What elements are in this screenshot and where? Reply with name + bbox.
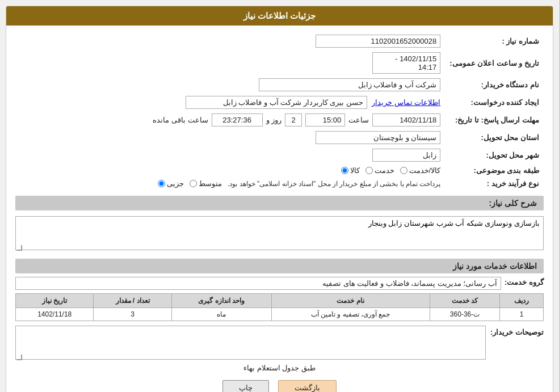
purchase-mottaset-label: متوسط [199,179,222,188]
table-cell-quantity: 3 [94,308,171,321]
general-desc-textarea [15,216,544,250]
city-value: زابل [372,149,440,162]
deadline-date: 1402/11/18 [372,113,440,127]
buyer-desc-area [15,326,486,361]
deadline-label: مهلت ارسال پاسخ: تا تاریخ: [445,111,544,129]
purchase-jozi-option[interactable]: جزیی [158,179,184,188]
print-button[interactable]: چاپ [222,380,269,392]
city-cell: زابل [15,146,445,164]
table-cell-code: ت-36-360 [430,308,500,321]
table-cell-name: جمع آوری، تصفیه و تامین آب [271,308,430,321]
announce-date-cell: 1402/11/15 - 14:17 [15,50,445,76]
category-kala-khedmat-radio[interactable] [400,167,407,174]
announce-date-label: تاریخ و ساعت اعلان عمومی: [445,50,544,76]
category-kala-khedmat-label: کالا/خدمت [409,166,441,175]
buyer-org-label: نام دستگاه خریدار: [445,76,544,94]
category-kala-label: کالا [350,166,360,175]
category-kala-radio[interactable] [341,167,348,174]
need-number-cell: 1102001652000028 [15,32,445,50]
requester-contact-link[interactable]: اطلاعات تماس خریدار [372,98,440,107]
service-info-header: اطلاعات خدمات مورد نیاز [15,259,544,273]
table-cell-date: 1402/11/18 [16,308,94,321]
deadline-days: 2 [285,113,302,127]
buyer-desc-hint: طبق جدول استعلام بهاء [15,364,544,372]
service-group-row: گروه خدمت: آب رسانی؛ مدیریت پسماند، فاضل… [15,277,544,290]
province-value: سیستان و بلوچستان [316,131,440,144]
buyer-desc-label: توصیحات خریدار: [490,326,544,336]
city-label: شهر محل تحویل: [445,146,544,164]
buyer-desc-section: توصیحات خریدار: طبق جدول استعلام بهاء [15,326,544,372]
province-label: استان محل تحویل: [445,129,544,146]
purchase-mottaset-radio[interactable] [190,180,197,187]
buyer-desc-textarea [15,326,486,360]
category-cell: کالا/خدمت خدمت کالا [15,164,445,177]
requester-value: حسن بیری کاربردار شرکت آب و فاضلاب زابل [186,96,367,109]
general-desc-area [15,216,544,252]
province-cell: سیستان و بلوچستان [15,129,445,146]
need-number-label: شماره نیاز : [445,32,544,50]
deadline-time-label: ساعت [348,116,369,124]
deadline-cell: 1402/11/18 ساعت 15:00 2 روز و 23:27:36 س… [15,111,445,129]
deadline-remaining-label: ساعت باقی مانده [153,116,208,124]
col-service-code: کد خدمت [430,294,500,308]
category-kala-khedmat-option[interactable]: کالا/خدمت [400,166,441,175]
deadline-remaining: 23:27:36 [212,113,263,127]
buyer-textarea-resize-handle [16,355,22,360]
general-desc-section: شرح کلی نیاز: [15,196,544,254]
page-title: جزئیات اطلاعات نیاز [6,6,553,26]
service-group-value: آب رسانی؛ مدیریت پسماند، فاضلاب و فعالیت… [15,277,501,290]
textarea-resize-handle [16,245,22,251]
table-row: 1ت-36-360جمع آوری، تصفیه و تامین آبماه31… [16,308,544,321]
category-kala-option[interactable]: کالا [341,166,360,175]
general-desc-header: شرح کلی نیاز: [15,196,544,210]
buyer-org-cell: شرکت آب و فاضلاب زابل [15,76,445,94]
col-quantity: تعداد / مقدار [94,294,171,308]
col-date: تاریخ نیاز [16,294,94,308]
category-khedmat-radio[interactable] [365,167,373,174]
category-label: طبقه بندی موضوعی: [445,164,544,177]
category-khedmat-label: خدمت [375,166,394,175]
table-cell-unit: ماه [171,308,271,321]
purchase-type-label: نوع فرآیند خرید : [445,177,544,190]
col-unit: واحد اندازه گیری [171,294,271,308]
deadline-days-label: روز و [266,116,282,124]
purchase-jozi-label: جزیی [167,179,184,188]
action-buttons: بازگشت چاپ [15,380,544,392]
service-group-label: گروه خدمت: [505,277,544,286]
buyer-org-value: شرکت آب و فاضلاب زابل [259,78,440,91]
deadline-time: 15:00 [305,113,345,127]
purchase-desc: پرداخت تمام یا بخشی از مبلغ خریدار از مح… [228,180,440,188]
col-service-name: نام خدمت [271,294,430,308]
announce-date-value: 1402/11/15 - 14:17 [372,52,440,74]
back-button[interactable]: بازگشت [278,380,337,392]
info-table: شماره نیاز : 1102001652000028 تاریخ و سا… [15,32,544,190]
service-table: ردیف کد خدمت نام خدمت واحد اندازه گیری ت… [15,293,544,321]
purchase-jozi-radio[interactable] [158,180,165,187]
col-row-num: ردیف [500,294,544,308]
requester-label: ایجاد کننده درخواست: [445,94,544,111]
purchase-type-cell: پرداخت تمام یا بخشی از مبلغ خریدار از مح… [15,177,445,190]
requester-cell: حسن بیری کاربردار شرکت آب و فاضلاب زابل … [15,94,445,111]
purchase-mottaset-option[interactable]: متوسط [190,179,222,188]
table-cell-row: 1 [500,308,544,321]
need-number-value: 1102001652000028 [316,35,440,48]
category-khedmat-option[interactable]: خدمت [365,166,394,175]
